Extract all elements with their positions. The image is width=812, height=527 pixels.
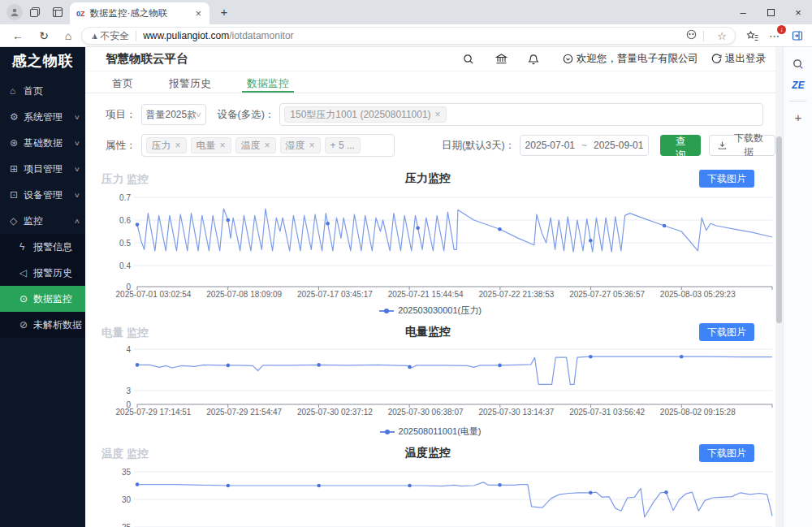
sidebar-item-base-data[interactable]: ⊛基础数据∨ xyxy=(0,130,85,156)
sidebar-item-monitor[interactable]: ◇监控∧ xyxy=(0,208,85,234)
browser-menu-icon[interactable]: ⋯ ↓ xyxy=(767,28,783,44)
main-content: 智慧物联云平台 欢迎您，普量电子有限公司 退出登录 首页 报警历史 数据监控 xyxy=(85,47,775,527)
sidebar-item-label: 系统管理 xyxy=(24,110,75,124)
power-chart-canvas: 4302025-07-29 17:14:512025-07-29 21:54:4… xyxy=(102,343,775,424)
reader-icon[interactable] xyxy=(686,29,697,42)
extension-ze-icon[interactable]: ZE xyxy=(784,75,812,96)
tab-home[interactable]: 首页 xyxy=(106,71,140,93)
tab-actions-icon[interactable] xyxy=(50,4,66,20)
tag-close-icon[interactable]: × xyxy=(175,140,181,151)
sidebar-item-unparsed-data[interactable]: ⊘未解析数据 xyxy=(0,312,85,338)
back-icon[interactable]: ← xyxy=(10,28,26,44)
tag-close-icon[interactable]: × xyxy=(435,109,441,120)
browser-tab[interactable]: 0Z 数据监控·感之物联 × xyxy=(70,2,209,24)
svg-text:2025-08-03 05:29:23: 2025-08-03 05:29:23 xyxy=(660,290,736,299)
download-image-button[interactable]: 下载图片 xyxy=(699,170,754,188)
sidebar-item-label: 未解析数据 xyxy=(33,318,82,332)
sidebar-item-label: 设备管理 xyxy=(24,188,75,202)
tab-alarm-history[interactable]: 报警历史 xyxy=(162,71,218,93)
sidebar-item-device-management[interactable]: ⊡设备管理∨ xyxy=(0,182,85,208)
device-tag[interactable]: 150型压力1001 (202508011001)× xyxy=(284,106,446,123)
refresh-icon[interactable]: ↻ xyxy=(36,28,52,44)
add-sidebar-item-icon[interactable]: + xyxy=(784,106,812,127)
chevron-down-icon: ∨ xyxy=(74,114,80,121)
sidebar-submenu: ϟ报警信息◁报警历史⊙数据监控⊘未解析数据 xyxy=(0,234,85,338)
attr-more-tag[interactable]: + 5 ... xyxy=(325,137,361,153)
home-icon[interactable]: ⌂ xyxy=(60,28,76,44)
page-scrollbar[interactable] xyxy=(775,47,783,527)
project-select[interactable]: 普量2025款4... ∨ xyxy=(141,104,206,125)
sidebar-item-alarm-history[interactable]: ◁报警历史 xyxy=(0,260,85,286)
app-sidebar: 感之物联 ⌂首页⚙系统管理∨⊛基础数据∨⊞项目管理∨⊡设备管理∨◇监控∧ ϟ报警… xyxy=(0,47,85,527)
download-image-button[interactable]: 下载图片 xyxy=(699,444,754,462)
maximize-button[interactable] xyxy=(757,0,784,24)
chart-legend[interactable]: 202508011001(电量) xyxy=(85,425,775,436)
data-icon: ⊛ xyxy=(10,137,24,149)
bell-icon[interactable] xyxy=(517,54,550,65)
attr-tag[interactable]: 压力× xyxy=(146,137,187,153)
tab-data-monitor[interactable]: 数据监控 xyxy=(240,71,296,93)
date-label: 日期(默认3天)： xyxy=(442,139,515,153)
new-tab-button[interactable]: + xyxy=(216,4,232,20)
sidebar-item-data-monitor[interactable]: ⊙数据监控 xyxy=(0,286,85,312)
date-range-input[interactable]: 2025-07-01 ~ 2025-09-01 xyxy=(520,135,649,156)
sidebar-item-system-management[interactable]: ⚙系统管理∨ xyxy=(0,104,85,130)
device-label: 设备(多选)： xyxy=(218,108,275,122)
tag-close-icon[interactable]: × xyxy=(265,140,270,151)
sidebar-item-label: 监控 xyxy=(24,214,75,228)
tag-close-icon[interactable]: × xyxy=(309,140,315,151)
user-circle-icon xyxy=(563,54,573,64)
tag-label: 温度 xyxy=(241,139,261,153)
home-icon: ⌂ xyxy=(10,85,24,97)
download-image-button[interactable]: 下载图片 xyxy=(699,323,754,341)
charts-area: 压力 监控 压力监控 下载图片 0.70.60.50.402025-07-01 … xyxy=(85,165,775,527)
svg-text:2025-07-22 21:38:53: 2025-07-22 21:38:53 xyxy=(478,290,554,299)
pressure-chart-canvas: 0.70.60.50.402025-07-01 03:02:542025-07-… xyxy=(102,189,775,303)
workspaces-icon[interactable] xyxy=(27,4,43,20)
sidebar-item-home[interactable]: ⌂首页 xyxy=(0,78,85,104)
url-field[interactable]: ▲! 不安全 www.puliangiot.com /iotdatamonito… xyxy=(81,27,736,45)
tab-title: 数据监控·感之物联 xyxy=(90,7,194,19)
security-label[interactable]: 不安全 xyxy=(100,29,129,43)
chart-legend[interactable]: 202503030001(压力) xyxy=(85,305,775,315)
filter-panel: 项目： 普量2025款4... ∨ 设备(多选)： 150型压力1001 (20… xyxy=(85,93,775,157)
sidebar-item-project-management[interactable]: ⊞项目管理∨ xyxy=(0,156,85,182)
sidebar-item-label: 基础数据 xyxy=(24,136,75,150)
favorite-star-icon[interactable]: ☆ xyxy=(717,30,727,42)
url-path: /iotdatamonitor xyxy=(229,30,293,41)
svg-text:2025-07-30 13:14:37: 2025-07-30 13:14:37 xyxy=(478,408,554,417)
tag-close-icon[interactable]: × xyxy=(220,140,226,151)
svg-text:2025-07-29 17:14:51: 2025-07-29 17:14:51 xyxy=(116,408,192,417)
query-button[interactable]: 查 询 xyxy=(660,135,701,156)
svg-text:3: 3 xyxy=(126,387,131,395)
sidebar-item-alarm-info[interactable]: ϟ报警信息 xyxy=(0,234,85,260)
svg-text:2025-07-30 06:38:07: 2025-07-30 06:38:07 xyxy=(388,408,464,417)
download-icon xyxy=(718,140,727,150)
scrollbar-thumb[interactable] xyxy=(776,136,782,323)
header-search-icon[interactable] xyxy=(452,54,485,65)
attr-tag[interactable]: 电量× xyxy=(191,137,231,153)
svg-text:2025-07-21 15:44:54: 2025-07-21 15:44:54 xyxy=(388,290,464,299)
minimize-button[interactable]: – xyxy=(729,0,757,24)
tab-close-icon[interactable]: × xyxy=(193,7,203,19)
chart-block-temperature: 温度 监控 温度监控 下载图片 353025 xyxy=(85,444,775,527)
search-icon[interactable] xyxy=(784,54,812,75)
download-data-button[interactable]: 下载数据 xyxy=(709,135,775,156)
bank-icon[interactable] xyxy=(485,53,517,65)
sidebar-menu: ⌂首页⚙系统管理∨⊛基础数据∨⊞项目管理∨⊡设备管理∨◇监控∧ xyxy=(0,75,85,234)
sidebar-item-label: 数据监控 xyxy=(33,292,80,306)
welcome-text[interactable]: 欢迎您，普量电子有限公司 xyxy=(563,52,698,66)
attr-multiselect[interactable]: 压力×电量×温度×湿度×+ 5 ... xyxy=(141,134,395,157)
device-multiselect[interactable]: 150型压力1001 (202508011001)× xyxy=(279,103,763,126)
profile-avatar-icon[interactable] xyxy=(6,4,23,20)
logout-button[interactable]: 退出登录 xyxy=(711,52,766,66)
attr-tag[interactable]: 温度× xyxy=(235,137,276,153)
collections-icon[interactable] xyxy=(744,28,760,44)
svg-text:2025-07-01 03:02:54: 2025-07-01 03:02:54 xyxy=(116,290,192,299)
attr-tag[interactable]: 湿度× xyxy=(280,137,321,153)
window-close-button[interactable]: × xyxy=(784,0,812,24)
sidebar-item-label: 报警历史 xyxy=(33,266,80,280)
tag-label: 电量 xyxy=(197,139,216,153)
svg-text:2025-07-31 03:56:42: 2025-07-31 03:56:42 xyxy=(569,408,645,417)
sidebar-panel-icon[interactable] xyxy=(789,28,806,44)
